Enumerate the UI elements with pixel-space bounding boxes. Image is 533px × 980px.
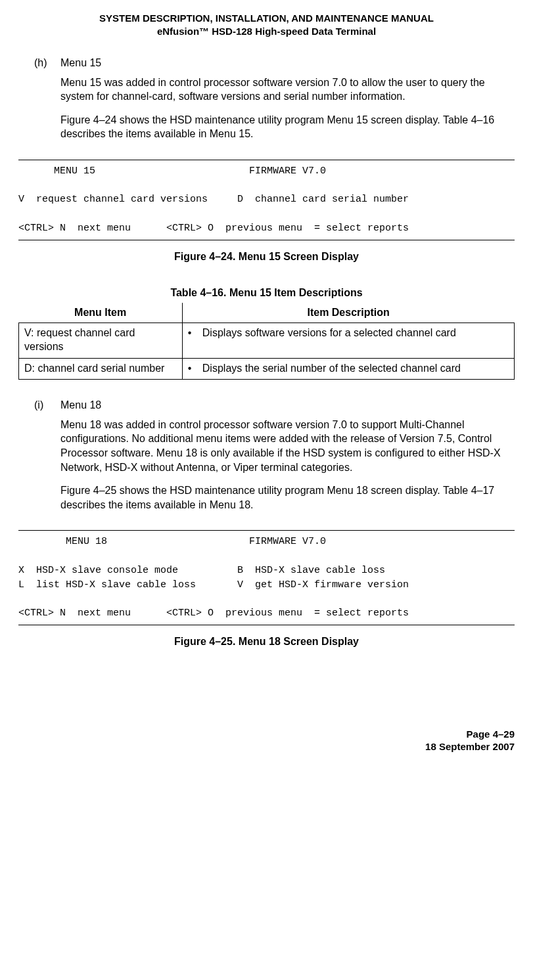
- section-title: Menu 15: [60, 56, 101, 70]
- table-cell-item: V: request channel card versions: [19, 323, 183, 358]
- table-cell-desc: • Displays software versions for a selec…: [182, 323, 514, 358]
- bullet-icon: •: [188, 326, 202, 340]
- bullet-icon: •: [188, 361, 202, 376]
- manual-header-line1: SYSTEM DESCRIPTION, INSTALLATION, AND MA…: [18, 12, 515, 25]
- table-cell-desc-text: Displays software versions for a selecte…: [202, 326, 456, 340]
- menu18-terminal: MENU 18 FIRMWARE V7.0 X HSD-X slave cons…: [18, 530, 515, 625]
- table-header-desc: Item Description: [182, 303, 514, 323]
- manual-header-line2: eNfusion™ HSD-128 High-speed Data Termin…: [18, 25, 515, 38]
- table-4-16-caption: Table 4–16. Menu 15 Item Descriptions: [18, 286, 515, 300]
- figure-4-24-caption: Figure 4–24. Menu 15 Screen Display: [18, 250, 515, 264]
- table-cell-desc: • Displays the serial number of the sele…: [182, 358, 514, 380]
- table-row: D: channel card serial number • Displays…: [19, 358, 515, 380]
- page-footer: Page 4–29 18 September 2007: [18, 728, 515, 753]
- section-i-para1: Menu 18 was added in control processor s…: [60, 418, 509, 474]
- table-cell-desc-text: Displays the serial number of the select…: [202, 361, 461, 376]
- table-cell-item: D: channel card serial number: [19, 358, 183, 380]
- section-label: (i): [34, 398, 60, 412]
- page-date: 18 September 2007: [18, 740, 515, 753]
- section-h-para2: Figure 4–24 shows the HSD maintenance ut…: [60, 113, 509, 141]
- figure-4-25-caption: Figure 4–25. Menu 18 Screen Display: [18, 635, 515, 649]
- manual-header: SYSTEM DESCRIPTION, INSTALLATION, AND MA…: [18, 12, 515, 37]
- table-row: V: request channel card versions • Displ…: [19, 323, 515, 358]
- section-h-para1: Menu 15 was added in control processor s…: [60, 76, 509, 104]
- menu15-terminal: MENU 15 FIRMWARE V7.0 V request channel …: [18, 160, 515, 240]
- section-i-heading: (i) Menu 18: [34, 398, 515, 412]
- section-label: (h): [34, 56, 60, 70]
- section-i-para2: Figure 4–25 shows the HSD maintenance ut…: [60, 483, 509, 512]
- page-number: Page 4–29: [18, 728, 515, 741]
- section-title: Menu 18: [60, 398, 101, 412]
- table-header-item: Menu Item: [19, 303, 183, 323]
- table-4-16: Menu Item Item Description V: request ch…: [18, 303, 515, 380]
- section-h-heading: (h) Menu 15: [34, 56, 515, 70]
